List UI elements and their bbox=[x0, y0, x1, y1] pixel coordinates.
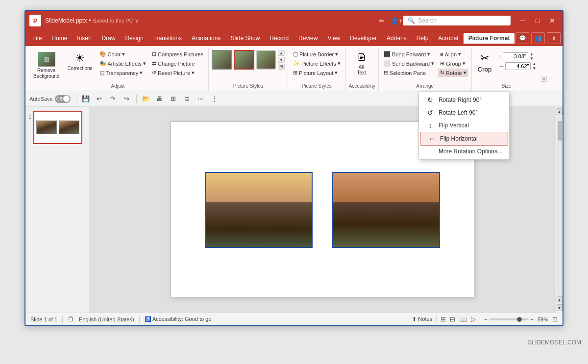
artistic-effects-btn[interactable]: 🎭 Artistic Effects ▾ bbox=[98, 59, 148, 68]
land-1 bbox=[206, 202, 312, 247]
status-bar: Slide 1 of 1 🗒 English (United States) ♿… bbox=[25, 313, 563, 325]
bring-forward-btn[interactable]: ⬛ Bring Forward ▾ bbox=[382, 50, 436, 58]
menu-transitions[interactable]: Transitions bbox=[148, 33, 187, 44]
menu-help[interactable]: Help bbox=[412, 33, 434, 44]
share-ribbon-btn[interactable]: ⇧ bbox=[547, 32, 561, 44]
bring-forward-icon: ⬛ bbox=[384, 51, 391, 57]
scroll-track[interactable] bbox=[557, 117, 562, 295]
styles-up-btn[interactable]: ▲ bbox=[278, 50, 285, 56]
height-down[interactable]: ▼ bbox=[530, 56, 534, 61]
styles-down-btn[interactable]: ▼ bbox=[278, 57, 285, 63]
selection-pane-btn[interactable]: ⊟ Selection Pane bbox=[382, 69, 436, 77]
menu-acrobat[interactable]: Acrobat bbox=[433, 33, 463, 44]
styles-more-btn[interactable]: ⊞ bbox=[278, 64, 285, 70]
copy-btn[interactable]: ⧉ bbox=[181, 93, 193, 105]
adjust-group: 🖼 RemoveBackground ☀ Corrections 🎨 Color… bbox=[27, 48, 209, 91]
menu-design[interactable]: Design bbox=[120, 33, 148, 44]
rotate-btn[interactable]: ↻ Rotate ▾ bbox=[438, 69, 468, 77]
change-picture-btn[interactable]: ⇄ Change Picture bbox=[150, 59, 205, 68]
alt-text-btn[interactable]: 🖹 AltText bbox=[349, 50, 374, 78]
group-btn[interactable]: ⊞ Group ▾ bbox=[438, 59, 468, 68]
zoom-bar[interactable] bbox=[490, 318, 529, 320]
flip-horizontal-item[interactable]: ↔ Flip Horizontal bbox=[420, 132, 508, 146]
print-btn[interactable]: 🖶 bbox=[154, 93, 166, 105]
language-status[interactable]: English (United States) bbox=[79, 316, 134, 322]
menu-picture-format[interactable]: Picture Format bbox=[464, 33, 515, 44]
menu-addins[interactable]: Add-ins bbox=[382, 33, 412, 44]
rotate-left-item[interactable]: ↺ Rotate Left 90° bbox=[419, 106, 509, 119]
style-thumb-2[interactable] bbox=[234, 50, 254, 70]
border-icon: ▢ bbox=[293, 51, 298, 57]
menu-developer[interactable]: Developer bbox=[345, 33, 382, 44]
restore-btn[interactable]: □ bbox=[531, 14, 544, 27]
picture-effects-btn[interactable]: ✨ Picture Effects ▾ bbox=[291, 59, 343, 68]
scroll-up-btn[interactable]: ▲ bbox=[557, 108, 563, 115]
menu-home[interactable]: Home bbox=[47, 33, 72, 44]
menu-draw[interactable]: Draw bbox=[97, 33, 120, 44]
qat-more-btn[interactable]: ⋯ bbox=[195, 93, 207, 105]
send-backward-btn[interactable]: ⬜ Send Backward ▾ bbox=[382, 59, 436, 68]
corrections-btn[interactable]: ☀ Corrections bbox=[64, 50, 95, 73]
collab-btn[interactable]: 👥 bbox=[531, 32, 545, 44]
off-label: Off bbox=[56, 97, 62, 101]
notes-btn[interactable]: ⬆ Notes bbox=[412, 316, 432, 322]
color-btn[interactable]: 🎨 Color ▾ bbox=[98, 50, 148, 58]
ribbon-expand-btn[interactable]: ▾ bbox=[541, 76, 547, 82]
slide-sorter-btn[interactable]: ⊟ bbox=[450, 315, 455, 323]
more-rotation-item[interactable]: More Rotation Options... bbox=[419, 146, 509, 157]
normal-view-btn[interactable]: ⊞ bbox=[441, 315, 446, 323]
align-btn[interactable]: ≡ Align ▾ bbox=[438, 50, 468, 58]
pen-icon-btn[interactable]: ✏ bbox=[375, 14, 388, 27]
picture-layout-btn[interactable]: ⊞ Picture Layout ▾ bbox=[291, 69, 343, 77]
remove-background-btn[interactable]: 🖼 RemoveBackground bbox=[30, 50, 62, 81]
presenter-view-btn[interactable]: ▷ bbox=[471, 315, 476, 323]
scroll-down1-btn[interactable]: ▲ bbox=[557, 296, 563, 303]
crop-btn[interactable]: ✂ Crop bbox=[475, 50, 495, 81]
comments-btn[interactable]: 💬 bbox=[515, 32, 529, 44]
height-up[interactable]: ▲ bbox=[530, 52, 534, 56]
share-btn[interactable]: 👤+ bbox=[390, 14, 403, 27]
zoom-in-btn[interactable]: + bbox=[531, 316, 534, 322]
slide-layout-icon[interactable]: 🗒 bbox=[68, 315, 74, 323]
reset-picture-btn[interactable]: ↺ Reset Picture ▾ bbox=[150, 69, 205, 77]
flip-vertical-item[interactable]: ↕ Flip Vertical bbox=[419, 119, 509, 132]
width-input[interactable] bbox=[505, 62, 531, 70]
style-thumb-3[interactable] bbox=[256, 50, 276, 70]
close-btn[interactable]: ✕ bbox=[546, 14, 559, 27]
undo-arrow-btn[interactable]: ↷ bbox=[107, 93, 119, 105]
zoom-value[interactable]: 59% bbox=[538, 316, 548, 322]
rotate-right-item[interactable]: ↻ Rotate Right 90° bbox=[419, 94, 509, 106]
autosave-switch[interactable]: Off bbox=[55, 95, 71, 103]
search-bar[interactable]: 🔍 Search bbox=[403, 16, 511, 25]
slide-image-1[interactable] bbox=[205, 172, 313, 248]
slide-thumb-1[interactable] bbox=[33, 111, 82, 144]
minimize-btn[interactable]: ─ bbox=[516, 14, 529, 27]
reading-view-btn[interactable]: 📖 bbox=[459, 315, 467, 323]
menu-view[interactable]: View bbox=[322, 33, 345, 44]
compress-btn[interactable]: ⊡ Compress Pictures bbox=[150, 50, 205, 58]
save-btn[interactable]: 💾 bbox=[80, 93, 92, 105]
width-down[interactable]: ▼ bbox=[532, 66, 536, 71]
menu-insert[interactable]: Insert bbox=[72, 33, 97, 44]
new-slide-btn[interactable]: ⊞ bbox=[168, 93, 179, 105]
menu-review[interactable]: Review bbox=[294, 33, 322, 44]
qat-more-btn2[interactable]: ⋮ bbox=[209, 93, 220, 105]
height-input[interactable] bbox=[503, 52, 528, 60]
menu-animations[interactable]: Animations bbox=[187, 33, 225, 44]
open-btn[interactable]: 📂 bbox=[140, 93, 152, 105]
undo-btn[interactable]: ↩ bbox=[94, 93, 105, 105]
redo-btn[interactable]: ↪ bbox=[121, 93, 133, 105]
accessibility-status[interactable]: ♿ Accessibility: Good to go bbox=[145, 316, 212, 322]
transparency-btn[interactable]: ◱ Transparency ▾ bbox=[98, 69, 148, 77]
picture-border-btn[interactable]: ▢ Picture Border ▾ bbox=[291, 50, 343, 58]
zoom-slider[interactable]: − + bbox=[484, 316, 534, 322]
zoom-out-btn[interactable]: − bbox=[484, 316, 487, 322]
menu-slideshow[interactable]: Slide Show bbox=[225, 33, 265, 44]
scroll-down2-btn[interactable]: ▼ bbox=[557, 304, 563, 311]
style-thumb-1[interactable] bbox=[212, 50, 232, 70]
width-up[interactable]: ▲ bbox=[532, 62, 536, 66]
slide-image-2[interactable] bbox=[332, 172, 440, 248]
fit-slide-btn[interactable]: ⊡ bbox=[552, 315, 558, 323]
menu-file[interactable]: File bbox=[27, 33, 47, 44]
menu-record[interactable]: Record bbox=[265, 33, 294, 44]
